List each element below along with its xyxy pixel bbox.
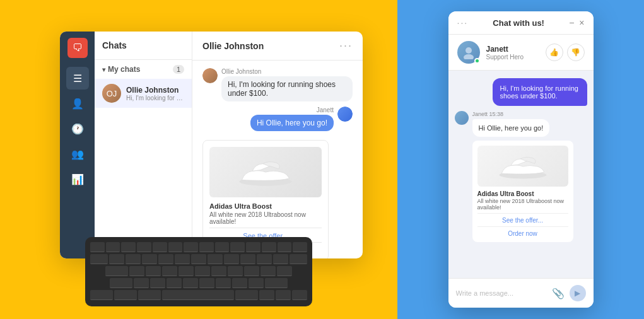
widget-agent-message-block: Janett 15:38 Hi Ollie, here you go! bbox=[472, 111, 587, 242]
message-bubble: Hi Ollie, here you go! bbox=[250, 115, 334, 131]
key[interactable] bbox=[184, 242, 198, 252]
more-options-button[interactable]: ··· bbox=[339, 39, 353, 52]
key[interactable] bbox=[162, 266, 177, 276]
message-row: Ollie Johnston Hi, I'm looking for runni… bbox=[202, 68, 353, 102]
key[interactable] bbox=[199, 242, 214, 252]
sidebar-item-reports[interactable]: 📊 bbox=[66, 168, 89, 190]
key[interactable] bbox=[168, 242, 183, 252]
key[interactable] bbox=[259, 290, 274, 300]
key[interactable] bbox=[153, 242, 167, 252]
sidebar-item-chats[interactable]: ☰ bbox=[66, 67, 89, 90]
key-caps[interactable] bbox=[105, 266, 128, 276]
keyboard-row-1 bbox=[90, 242, 307, 252]
key[interactable] bbox=[246, 242, 261, 252]
chat-main: Ollie Johnston ··· Ollie Johnston Hi, I'… bbox=[192, 32, 363, 258]
key[interactable] bbox=[230, 242, 245, 252]
sidebar-item-contacts[interactable]: 👤 bbox=[66, 92, 89, 115]
sidebar-item-history[interactable]: 🕐 bbox=[66, 117, 89, 140]
key-return[interactable] bbox=[290, 254, 307, 264]
key[interactable] bbox=[134, 278, 149, 288]
key[interactable] bbox=[244, 266, 259, 276]
agent-info: Janett Support Hero bbox=[486, 45, 539, 61]
sidebar-item-team[interactable]: 👥 bbox=[66, 142, 89, 165]
widget-shoe-svg bbox=[495, 151, 551, 182]
logo-icon: 🗨 bbox=[73, 42, 83, 54]
key-shift-right[interactable] bbox=[265, 278, 288, 288]
chat-list-item[interactable]: OJ Ollie Johnston Hi, I'm looking for ru… bbox=[95, 79, 192, 108]
key[interactable] bbox=[129, 266, 144, 276]
key[interactable] bbox=[273, 254, 288, 264]
chats-panel: Chats ▾ My chats 1 OJ Ollie Johnston Hi,… bbox=[95, 32, 192, 258]
widget-agent-message-row: Janett 15:38 Hi Ollie, here you go! bbox=[455, 111, 587, 242]
key[interactable] bbox=[90, 242, 105, 252]
key[interactable] bbox=[158, 254, 173, 264]
key[interactable] bbox=[121, 242, 136, 252]
thumbs-down-button[interactable]: 👎 bbox=[567, 44, 585, 61]
key[interactable] bbox=[277, 266, 292, 276]
key[interactable] bbox=[150, 278, 165, 288]
widget-product-divider-2 bbox=[477, 226, 568, 227]
key[interactable] bbox=[216, 278, 231, 288]
key[interactable] bbox=[142, 254, 157, 264]
key-ctrl[interactable] bbox=[114, 290, 137, 300]
key-fn[interactable] bbox=[90, 290, 113, 300]
key[interactable] bbox=[195, 266, 210, 276]
key[interactable] bbox=[106, 242, 120, 252]
message-content: Ollie Johnston Hi, I'm looking for runni… bbox=[221, 68, 353, 102]
key[interactable] bbox=[224, 254, 239, 264]
key[interactable] bbox=[228, 266, 243, 276]
widget-message-input[interactable] bbox=[456, 289, 547, 297]
agent-role: Support Hero bbox=[486, 54, 539, 61]
key[interactable] bbox=[278, 242, 292, 252]
send-button[interactable]: ▶ bbox=[570, 285, 586, 301]
minimize-button[interactable]: − bbox=[569, 18, 574, 28]
key[interactable] bbox=[262, 242, 276, 252]
thumbs-up-button[interactable]: 👍 bbox=[546, 44, 563, 61]
key-alt[interactable] bbox=[138, 290, 161, 300]
key[interactable] bbox=[232, 278, 247, 288]
avatar bbox=[337, 107, 353, 122]
chats-header: Chats bbox=[95, 32, 192, 60]
key[interactable] bbox=[208, 254, 223, 264]
key[interactable] bbox=[211, 266, 226, 276]
key[interactable] bbox=[146, 266, 161, 276]
key[interactable] bbox=[240, 254, 255, 264]
key-tab[interactable] bbox=[90, 254, 108, 264]
agent-avatar-svg bbox=[462, 45, 476, 59]
widget-agent-bubble: Hi Ollie, here you go! bbox=[472, 119, 550, 137]
key[interactable] bbox=[199, 278, 214, 288]
key[interactable] bbox=[126, 254, 141, 264]
key[interactable] bbox=[183, 278, 198, 288]
reports-icon: 📊 bbox=[71, 173, 84, 185]
key[interactable] bbox=[137, 242, 151, 252]
key[interactable] bbox=[261, 266, 276, 276]
widget-messages: Hi, I'm looking for running shoes under … bbox=[448, 71, 594, 278]
keyboard-row-3 bbox=[90, 266, 307, 276]
key[interactable] bbox=[249, 278, 264, 288]
send-icon: ▶ bbox=[575, 289, 580, 298]
widget-message-meta: Janett 15:38 bbox=[472, 111, 587, 117]
key[interactable] bbox=[179, 266, 194, 276]
key[interactable] bbox=[191, 254, 206, 264]
widget-more-icon[interactable]: ··· bbox=[457, 18, 469, 28]
widget-agent-avatar-small bbox=[455, 111, 469, 125]
key-shift-left[interactable] bbox=[110, 278, 132, 288]
close-button[interactable]: × bbox=[579, 18, 584, 28]
key-delete[interactable] bbox=[293, 242, 307, 252]
attach-button[interactable]: 📎 bbox=[552, 287, 565, 299]
key[interactable] bbox=[257, 254, 272, 264]
key[interactable] bbox=[215, 242, 230, 252]
key[interactable] bbox=[175, 254, 190, 264]
widget-see-offer-link[interactable]: See the offer... bbox=[477, 217, 568, 224]
key-alt-right[interactable] bbox=[235, 290, 258, 300]
key[interactable] bbox=[109, 254, 124, 264]
message-sender: Ollie Johnston bbox=[221, 68, 353, 75]
chat-item-preview: Hi, I'm looking for running shoes... bbox=[126, 95, 184, 102]
key-space[interactable] bbox=[162, 290, 234, 300]
chat-item-info: Ollie Johnston Hi, I'm looking for runni… bbox=[126, 86, 184, 102]
widget-order-now-link[interactable]: Order now bbox=[477, 230, 568, 237]
product-image bbox=[209, 147, 322, 197]
key[interactable] bbox=[276, 290, 291, 300]
key[interactable] bbox=[292, 290, 307, 300]
key[interactable] bbox=[167, 278, 182, 288]
